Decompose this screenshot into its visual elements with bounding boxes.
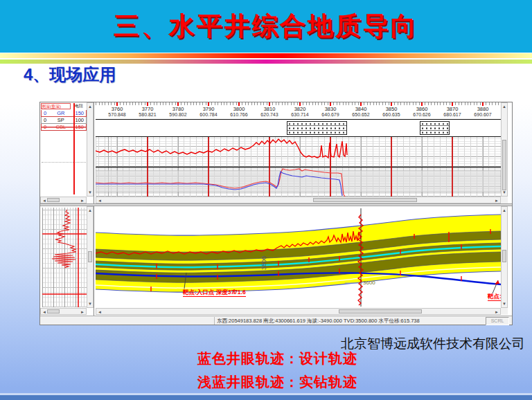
ruler-major-tick-mark bbox=[238, 102, 240, 106]
ruler-vd-label: 570.848 bbox=[102, 112, 132, 117]
scrollbar-thumb[interactable] bbox=[339, 309, 422, 313]
perforation-interval-marker bbox=[420, 121, 450, 135]
ruler-md-label: 3790 bbox=[193, 106, 224, 112]
rainbow-stripe-top bbox=[0, 53, 532, 58]
ruler-minor-ticks bbox=[96, 102, 501, 105]
ruler-tick: 3810620.743 bbox=[254, 106, 285, 117]
gr-curve bbox=[96, 139, 347, 158]
scroll-right-icon[interactable]: ► bbox=[80, 199, 85, 203]
track-vertical-scrollbar[interactable]: ▲ ▼ bbox=[501, 102, 508, 197]
ruler-vd-label: 590.802 bbox=[163, 112, 193, 117]
ruler-tick: 3770580.821 bbox=[132, 106, 163, 117]
ruler-vd-label: 670.626 bbox=[407, 112, 437, 117]
ruler-tick: 3820630.714 bbox=[285, 106, 315, 117]
cross-section-horizontal-scrollbar[interactable]: ◄ ► bbox=[96, 308, 501, 315]
curve-min: 0 bbox=[44, 124, 46, 130]
scrollbar-thumb[interactable] bbox=[47, 198, 60, 202]
title-bar: 三、水平井综合地质导向 bbox=[0, 0, 532, 53]
scroll-left-icon[interactable]: ◄ bbox=[42, 199, 47, 203]
legend-red-scale-line bbox=[73, 103, 75, 194]
scroll-down-icon[interactable]: ▼ bbox=[502, 190, 507, 194]
coordinate-readout: 东西:20549183.828 南北:4300661.619 海拔:-3490.… bbox=[217, 318, 420, 325]
ruler-tick: 3790600.784 bbox=[193, 106, 224, 117]
ruler-vd-label: 690.607 bbox=[468, 112, 498, 117]
depth-ruler-ticks: 3760570.8483770580.8213780590.8023790600… bbox=[102, 106, 498, 117]
scroll-down-icon[interactable]: ▼ bbox=[502, 302, 507, 306]
ruler-major-tick-mark bbox=[147, 102, 148, 106]
ruler-major-tick-mark bbox=[269, 102, 270, 106]
scroll-lock-indicator: SCRL bbox=[486, 317, 509, 325]
ruler-major-tick-mark bbox=[482, 102, 484, 106]
ruler-major-tick-mark bbox=[360, 102, 362, 106]
ruler-major-tick-mark bbox=[299, 102, 301, 106]
log-curves-overlay bbox=[96, 137, 501, 197]
ruler-md-label: 3850 bbox=[376, 106, 407, 112]
perforation-band bbox=[96, 120, 501, 137]
ruler-md-label: 3760 bbox=[102, 106, 132, 112]
track-horizontal-scrollbar[interactable]: ◄ ► bbox=[96, 197, 501, 203]
section-heading: 4、现场应用 bbox=[24, 64, 116, 86]
depth-label-3600: 3600 bbox=[363, 280, 375, 286]
scroll-up-icon[interactable]: ▲ bbox=[502, 104, 507, 109]
curve-name: SP bbox=[57, 117, 64, 123]
curve-name: GR bbox=[57, 110, 64, 116]
scroll-down-icon[interactable]: ▼ bbox=[87, 302, 93, 306]
scrollbar-thumb[interactable] bbox=[502, 140, 506, 190]
vertical-gr-curve bbox=[52, 210, 76, 268]
geosteering-app-window: 测深(垂深) 电阻 0GR1500SP1000CBL150 ▲ ▼ ◄ ► 37… bbox=[39, 102, 513, 325]
ruler-md-label: 3840 bbox=[346, 106, 376, 112]
scroll-down-icon[interactable]: ▼ bbox=[87, 190, 93, 194]
ruler-vd-label: 600.784 bbox=[193, 112, 224, 117]
slide-title: 三、水平井综合地质导向 bbox=[114, 9, 418, 44]
scroll-right-icon[interactable]: ► bbox=[494, 310, 499, 314]
ruler-vd-label: 640.679 bbox=[315, 112, 346, 117]
curve-max: 150 bbox=[75, 110, 84, 116]
ruler-md-label: 3870 bbox=[437, 106, 468, 112]
scroll-right-icon[interactable]: ► bbox=[80, 310, 85, 314]
ruler-major-tick-mark bbox=[116, 102, 118, 106]
ruler-tick: 3800610.766 bbox=[224, 106, 254, 117]
legend-vertical-scrollbar[interactable]: ▲ ▼ bbox=[87, 102, 94, 197]
log-grid bbox=[96, 137, 501, 197]
caption-actual-trajectory: 浅蓝井眼轨迹：实钻轨迹 bbox=[197, 373, 357, 392]
ruler-major-tick-mark bbox=[208, 102, 209, 106]
scroll-up-icon[interactable]: ▲ bbox=[502, 208, 507, 212]
curve-max: 100 bbox=[75, 117, 84, 123]
scrollbar-thumb[interactable] bbox=[502, 250, 506, 262]
ruler-tick: 3840650.652 bbox=[346, 106, 376, 117]
ruler-md-label: 3810 bbox=[254, 106, 285, 112]
ruler-vd-label: 610.766 bbox=[224, 112, 254, 117]
log-horizontal-scrollbar[interactable]: ◄ ► bbox=[40, 308, 87, 315]
entry-point-annotation: 靶点:入口点 深度3771.6 bbox=[183, 289, 246, 297]
scrollbar-thumb[interactable] bbox=[47, 309, 60, 313]
ruler-md-label: 3860 bbox=[407, 106, 437, 112]
scroll-left-icon[interactable]: ◄ bbox=[97, 199, 103, 203]
curve-legend-row: 0SP100 bbox=[41, 117, 87, 124]
cross-section-canvas bbox=[96, 206, 501, 308]
legend-horizontal-scrollbar[interactable]: ◄ ► bbox=[40, 197, 87, 203]
scroll-left-icon[interactable]: ◄ bbox=[42, 310, 47, 314]
vertical-log-panel: ▲ ▼ ◄ ► bbox=[40, 206, 94, 316]
presentation-slide: 三、水平井综合地质导向 4、现场应用 测深(垂深) 电阻 0GR1500SP10… bbox=[0, 0, 532, 400]
perforation-interval-marker bbox=[287, 121, 347, 135]
curve-legend-row: 0CBL150 bbox=[41, 124, 87, 131]
log-vertical-scrollbar[interactable]: ▲ ▼ bbox=[87, 206, 94, 308]
scroll-up-icon[interactable]: ▲ bbox=[87, 208, 93, 212]
legend-header-depth: 测深(垂深) bbox=[41, 103, 71, 109]
ruler-tick: 3760570.848 bbox=[102, 106, 132, 117]
cross-section-panel: 3800 3600 靶点:入口点 深度3771.6 靶点: ◄ ► bbox=[96, 206, 501, 316]
scroll-left-icon[interactable]: ◄ bbox=[97, 310, 103, 314]
depth-ruler: 3760570.8483770580.8213780590.8023790600… bbox=[96, 102, 501, 120]
vertical-log-grid bbox=[42, 208, 87, 307]
status-divider bbox=[214, 317, 215, 325]
company-name: 北京智博远成软件技术有限公司 bbox=[341, 335, 525, 353]
scroll-up-icon[interactable]: ▲ bbox=[87, 104, 93, 109]
status-bar: 东西:20549183.828 南北:4300661.619 海拔:-3490.… bbox=[40, 316, 512, 325]
scrollbar-thumb[interactable] bbox=[313, 198, 417, 202]
ruler-md-label: 3820 bbox=[285, 106, 315, 112]
ruler-vd-label: 680.617 bbox=[437, 112, 468, 117]
scroll-right-icon[interactable]: ► bbox=[494, 199, 499, 203]
scrollbar-thumb[interactable] bbox=[88, 251, 92, 262]
ruler-vd-label: 580.821 bbox=[132, 112, 163, 117]
cross-section-vertical-scrollbar[interactable]: ▲ ▼ bbox=[501, 206, 508, 308]
